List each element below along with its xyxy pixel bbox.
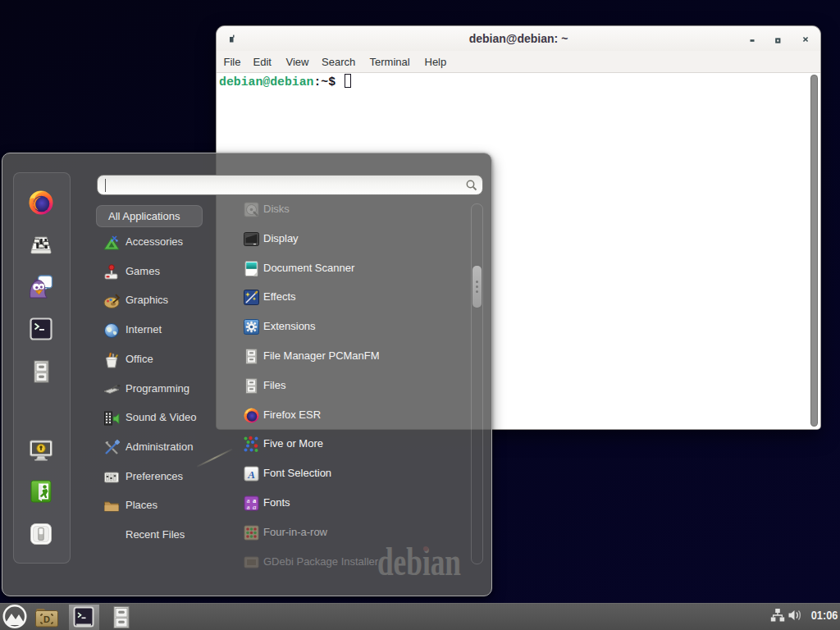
svg-text:D: D bbox=[43, 614, 50, 624]
svg-text:a: a bbox=[247, 503, 250, 511]
svg-text:A: A bbox=[247, 468, 255, 481]
svg-text:a: a bbox=[253, 503, 256, 511]
